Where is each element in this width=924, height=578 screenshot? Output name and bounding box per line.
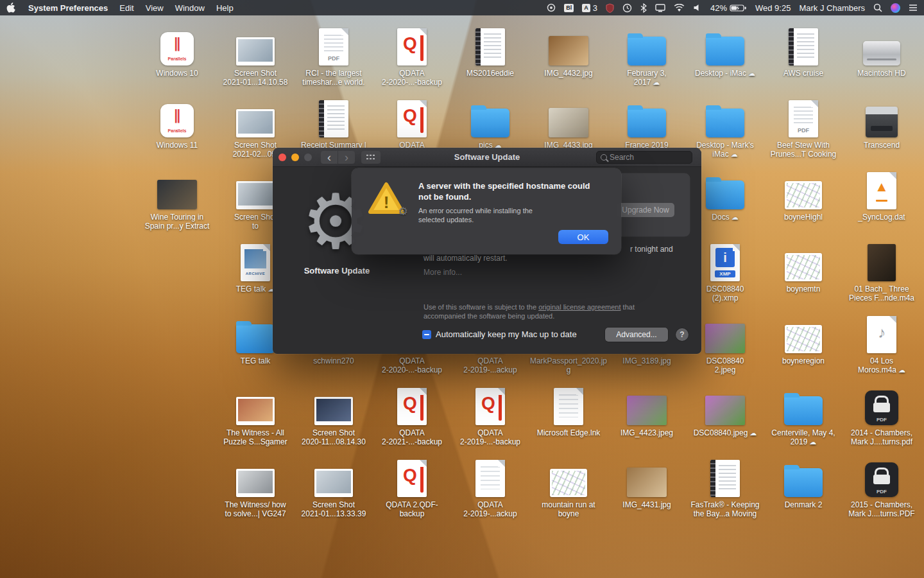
desktop-icon[interactable]: Denmark 2☁: [764, 456, 843, 509]
desktop-icon[interactable]: IMG_4423.jpeg☁: [608, 384, 686, 437]
desktop-icon[interactable]: 2014 - Chambers, Mark J....turns.pdf☁: [843, 384, 921, 446]
battery-indicator[interactable]: 42%: [710, 3, 747, 13]
spotlight-search-icon[interactable]: [873, 3, 882, 12]
notification-center-icon[interactable]: [909, 4, 918, 12]
desktop-icon[interactable]: France 2019☁: [608, 96, 686, 150]
desktop-icon[interactable]: 2015 - Chambers, Mark J....turns.PDF☁: [843, 456, 921, 518]
search-field[interactable]: [596, 151, 692, 164]
license-text: Use of this software is subject to the o…: [424, 302, 677, 320]
window-titlebar[interactable]: ‹ › Software Update: [273, 148, 701, 167]
desktop-icon[interactable]: QDATA 2-2019-...ackup☁: [451, 456, 529, 518]
desktop-icon[interactable]: QDATA 2-2020-...-backup☁: [373, 24, 451, 87]
file-icon: [241, 244, 270, 281]
desktop-icon[interactable]: boynemtn☁: [764, 240, 843, 293]
time-machine-icon[interactable]: [622, 3, 632, 13]
file-icon: [471, 109, 509, 137]
status-circle-icon[interactable]: [547, 3, 556, 12]
desktop-icon[interactable]: QDATA 2-2019-...-backup☁: [451, 384, 529, 446]
siri-icon[interactable]: [891, 3, 900, 13]
license-agreement-link[interactable]: original license agreement: [538, 303, 620, 311]
back-button[interactable]: ‹: [321, 151, 338, 164]
menu-item[interactable]: Edit: [119, 3, 133, 13]
file-label: QDATA 2-2019-...-backup☁: [460, 428, 520, 446]
ok-button[interactable]: OK: [558, 230, 608, 244]
desktop-icon[interactable]: QDATA☁: [373, 96, 451, 150]
desktop-icon[interactable]: Screen Shot 2021-01...14.10.58☁: [216, 24, 295, 87]
desktop-icon[interactable]: 01 Bach_ Three Pieces F...nde.m4a☁: [843, 240, 921, 302]
menu-item[interactable]: System Preferences: [28, 3, 108, 13]
bluetooth-icon[interactable]: [640, 3, 647, 13]
desktop-icon[interactable]: Windows 11☁: [138, 96, 216, 150]
icloud-download-icon: ☁: [731, 150, 738, 158]
file-icon: [789, 28, 818, 66]
desktop-icon[interactable]: Windows 10☁: [138, 24, 216, 78]
menu-bar-clock[interactable]: Wed 9:25: [755, 3, 791, 13]
close-button[interactable]: [278, 153, 286, 161]
show-all-button[interactable]: [361, 151, 381, 164]
file-label: Docs☁: [712, 213, 738, 222]
desktop-icon[interactable]: IMG_4431.jpg☁: [608, 456, 686, 509]
minimize-button[interactable]: [291, 153, 299, 161]
desktop-icon[interactable]: Centerville, May 4, 2019☁: [764, 384, 843, 446]
auto-update-checkbox[interactable]: [422, 330, 431, 339]
desktop-icon[interactable]: boyneregion☁: [764, 312, 843, 365]
file-icon: [314, 469, 353, 497]
desktop-icon[interactable]: Microsoft Edge.lnk☁: [529, 384, 608, 437]
desktop-icon[interactable]: AWS cruise☁: [764, 24, 843, 78]
pane-title: Software Update: [279, 266, 395, 276]
desktop-icon[interactable]: QDATA 2.QDF- backup☁: [373, 456, 451, 518]
fast-user-switch[interactable]: Mark J Chambers: [799, 3, 865, 13]
desktop-icon[interactable]: Beef Stew With Prunes...T Cooking☁: [764, 96, 843, 159]
shield-icon[interactable]: [606, 3, 614, 13]
upgrade-now-button[interactable]: Upgrade Now: [617, 203, 674, 217]
gear-badge-icon: ⚙: [398, 205, 408, 218]
desktop-icon[interactable]: Receipt Summary |☁: [295, 96, 373, 150]
desktop-icon[interactable]: The Witness/ how to solve...| VG247☁: [216, 456, 295, 518]
dialog-body: An error occurred while installing the s…: [418, 206, 556, 224]
desktop-icon[interactable]: pics☁: [451, 96, 529, 150]
apple-menu-icon[interactable]: [6, 3, 15, 13]
desktop-icon[interactable]: RCI - the largest timeshar...e world.☁: [295, 24, 373, 87]
desktop-icon[interactable]: Screen Shot 2021-01...13.33.39☁: [295, 456, 373, 518]
forward-button[interactable]: ›: [338, 151, 355, 164]
file-icon: [236, 181, 275, 209]
desktop-icon[interactable]: Desktop - iMac☁: [686, 24, 764, 78]
menu-item[interactable]: View: [146, 3, 164, 13]
file-icon: [865, 462, 898, 497]
desktop-icon[interactable]: IMG_4432.jpg☁: [529, 24, 608, 78]
menu-item[interactable]: Help: [216, 3, 234, 13]
desktop-icon[interactable]: Transcend☁: [843, 96, 921, 150]
volume-icon[interactable]: [693, 4, 702, 12]
file-label: Macintosh HD☁: [857, 69, 905, 78]
input-source-icon[interactable]: A3: [582, 3, 597, 13]
battery-icon: [730, 4, 747, 12]
file-label: Screen Shot to☁: [234, 213, 277, 231]
desktop-icon[interactable]: FasTrak® - Keeping the Bay...a Moving☁: [686, 456, 764, 518]
desktop-icon[interactable]: Macintosh HD☁: [843, 24, 921, 78]
advanced-button[interactable]: Advanced...: [605, 328, 668, 342]
desktop-icon[interactable]: Screen Shot 2020-11...08.14.30☁: [295, 384, 373, 446]
more-info-link[interactable]: More info...: [424, 268, 462, 277]
file-label: DSC08840 (2).xmp☁: [706, 285, 744, 302]
desktop-icon[interactable]: February 3, 2017☁: [608, 24, 686, 87]
file-label: boyneHighl☁: [784, 213, 823, 222]
desktop-icon[interactable]: QDATA 2-2021-...-backup☁: [373, 384, 451, 446]
file-icon: [789, 100, 818, 137]
desktop-icon[interactable]: IMG_4433.jpg☁: [529, 96, 608, 150]
desktop-icon[interactable]: boyneHighl☁: [764, 168, 843, 222]
wifi-icon[interactable]: [674, 4, 685, 12]
desktop-icon[interactable]: 04 Los Moros.m4a☁: [843, 312, 921, 374]
desktop-icon[interactable]: mountain run at boyne☁: [529, 456, 608, 518]
desktop-icon[interactable]: Wine Touring in Spain pr...y Extract☁: [138, 168, 216, 231]
desktop-icon[interactable]: MS2016eddie☁: [451, 24, 529, 78]
file-icon: [628, 37, 666, 66]
desktop-icon[interactable]: DSC08840.jpeg☁: [686, 384, 764, 437]
file-icon: [236, 469, 275, 497]
app-badge-icon[interactable]: Bl: [564, 4, 574, 12]
desktop-icon[interactable]: _SyncLog.dat☁: [843, 168, 921, 222]
desktop-icon[interactable]: The Witness - All Puzzle S...Sgamer☁: [216, 384, 295, 446]
menu-item[interactable]: Window: [175, 3, 205, 13]
help-button[interactable]: ?: [676, 328, 689, 341]
search-input[interactable]: [610, 153, 680, 162]
display-icon[interactable]: [655, 4, 665, 12]
